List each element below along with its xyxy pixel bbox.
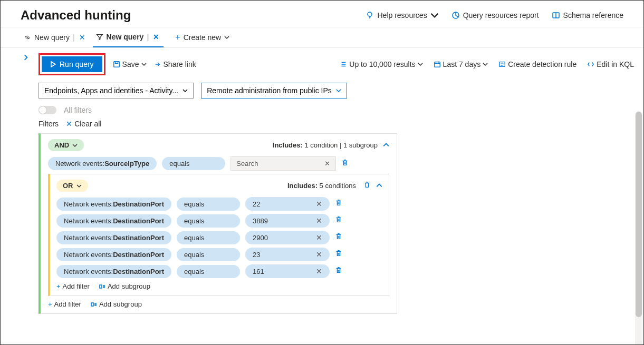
trash-icon (335, 233, 342, 240)
all-filters-toggle[interactable] (39, 106, 56, 114)
query-selects: Endpoints, Apps and identities - Activit… (39, 83, 634, 98)
trash-icon (335, 199, 342, 206)
condition-row: Network events: DestinationPortequals290… (56, 231, 382, 244)
value-search-input[interactable]: Search ✕ (230, 156, 336, 171)
field-chip[interactable]: Network events: DestinationPort (56, 265, 171, 278)
filters-row: Filters ✕ Clear all (39, 120, 634, 128)
domain-select[interactable]: Endpoints, Apps and identities - Activit… (39, 83, 194, 98)
and-includes: Includes: 1 condition | 1 subgroup (273, 141, 378, 149)
value-chip[interactable]: 161✕ (245, 264, 330, 278)
subgroup-icon (99, 283, 105, 290)
operator-chip[interactable]: equals (177, 248, 240, 261)
clear-icon[interactable]: ✕ (324, 160, 330, 167)
chevron-down-icon (483, 62, 488, 67)
or-label: OR (63, 182, 73, 190)
template-select[interactable]: Remote administration from public IPs (201, 83, 347, 98)
results-limit-dropdown[interactable]: Up to 10,000 results (340, 60, 422, 68)
or-operator-pill[interactable]: OR (56, 180, 88, 192)
add-subgroup-button[interactable]: Add subgroup (91, 300, 142, 308)
collapse-subgroup-button[interactable] (376, 181, 382, 191)
edit-in-kql-button[interactable]: Edit in KQL (587, 60, 634, 68)
search-placeholder: Search (236, 160, 258, 167)
condition-row: Network events: DestinationPortequals23✕ (56, 248, 382, 261)
tab-new-query-2[interactable]: New query | ✕ (93, 27, 164, 47)
field-chip[interactable]: Network events: DestinationPort (56, 248, 171, 261)
create-detection-rule-button[interactable]: Create detection rule (498, 60, 576, 68)
clear-icon[interactable]: ✕ (316, 233, 322, 242)
filters-label: Filters (39, 120, 59, 128)
delete-condition-button[interactable] (341, 159, 349, 169)
add-filter-button[interactable]: +Add filter (48, 300, 81, 308)
trash-icon (341, 159, 349, 166)
scrollbar-thumb[interactable] (636, 112, 642, 317)
tab-bar: New query | ✕ New query | ✕ + Create new (1, 27, 643, 48)
delete-condition-button[interactable] (335, 233, 342, 242)
operator-chip[interactable]: equals (177, 231, 240, 244)
collapse-group-button[interactable] (383, 141, 389, 150)
add-subgroup-button[interactable]: Add subgroup (99, 282, 150, 290)
chevron-down-icon (430, 11, 439, 19)
and-label: AND (54, 141, 69, 149)
save-label: Save (122, 60, 139, 68)
clear-icon[interactable]: ✕ (316, 200, 322, 208)
svg-rect-6 (100, 285, 102, 288)
operator-chip[interactable]: equals (177, 265, 240, 278)
toolbar: Run query Save Share link Up to 10,000 r… (39, 53, 634, 75)
value-chip[interactable]: 22✕ (245, 197, 330, 211)
field-chip[interactable]: Network events: DestinationPort (56, 198, 171, 211)
clear-icon[interactable]: ✕ (316, 250, 322, 259)
operator-chip[interactable]: equals (177, 214, 240, 228)
run-query-button[interactable]: Run query (42, 56, 102, 72)
delete-condition-button[interactable] (335, 216, 342, 225)
domain-select-value: Endpoints, Apps and identities - Activit… (44, 86, 178, 95)
tab-new-query-1[interactable]: New query | ✕ (21, 27, 90, 47)
chevron-up-icon (376, 182, 382, 189)
and-operator-pill[interactable]: AND (48, 139, 84, 151)
condition-row: Network events: DestinationPortequals161… (56, 264, 382, 278)
value-chip[interactable]: 23✕ (245, 248, 330, 261)
clear-icon[interactable]: ✕ (316, 267, 322, 275)
svg-rect-3 (113, 62, 119, 67)
trash-icon (363, 181, 371, 189)
value-chip[interactable]: 2900✕ (245, 231, 330, 244)
condition-row: Network events: SourceIpType equals Sear… (48, 156, 389, 171)
condition-row: Network events: DestinationPortequals22✕ (56, 197, 382, 211)
clear-all-button[interactable]: ✕ Clear all (66, 120, 101, 128)
share-link-button[interactable]: Share link (154, 60, 196, 68)
save-button[interactable]: Save (113, 60, 147, 68)
close-icon[interactable]: ✕ (78, 32, 86, 43)
trash-icon (335, 250, 342, 257)
chevron-down-icon (224, 35, 229, 40)
add-filter-button[interactable]: +Add filter (56, 282, 90, 290)
chevron-up-icon (383, 142, 389, 148)
header-actions: Help resources Query resources report Sc… (366, 11, 623, 19)
help-resources-link[interactable]: Help resources (366, 11, 438, 19)
query-resources-report-link[interactable]: Query resources report (451, 11, 539, 19)
operator-chip[interactable]: equals (177, 198, 240, 211)
time-range-dropdown[interactable]: Last 7 days (434, 60, 488, 68)
delete-condition-button[interactable] (335, 199, 342, 209)
all-filters-label: All filters (64, 106, 92, 114)
field-chip[interactable]: Network events: SourceIpType (48, 157, 157, 170)
condition-row: Network events: DestinationPortequals388… (56, 214, 382, 228)
schema-reference-link[interactable]: Schema reference (552, 11, 623, 19)
clear-icon[interactable]: ✕ (316, 216, 322, 225)
field-chip[interactable]: Network events: DestinationPort (56, 231, 171, 244)
or-subgroup: OR Includes: 5 conditions Network events… (48, 174, 389, 296)
delete-condition-button[interactable] (335, 267, 342, 276)
delete-condition-button[interactable] (335, 250, 342, 259)
scrollbar[interactable] (635, 111, 642, 345)
operator-chip[interactable]: equals (162, 157, 225, 170)
sidebar-expand[interactable] (1, 48, 23, 314)
svg-rect-4 (434, 62, 440, 67)
close-icon[interactable]: ✕ (152, 32, 160, 42)
trash-icon (335, 216, 342, 223)
plus-icon: + (56, 282, 61, 290)
delete-subgroup-button[interactable] (363, 181, 371, 191)
value-chip[interactable]: 3889✕ (245, 214, 330, 228)
create-new-tab[interactable]: + Create new (172, 27, 233, 47)
run-query-highlight: Run query (39, 53, 105, 75)
field-chip[interactable]: Network events: DestinationPort (56, 214, 171, 228)
code-icon (587, 61, 594, 68)
save-icon (113, 61, 120, 68)
